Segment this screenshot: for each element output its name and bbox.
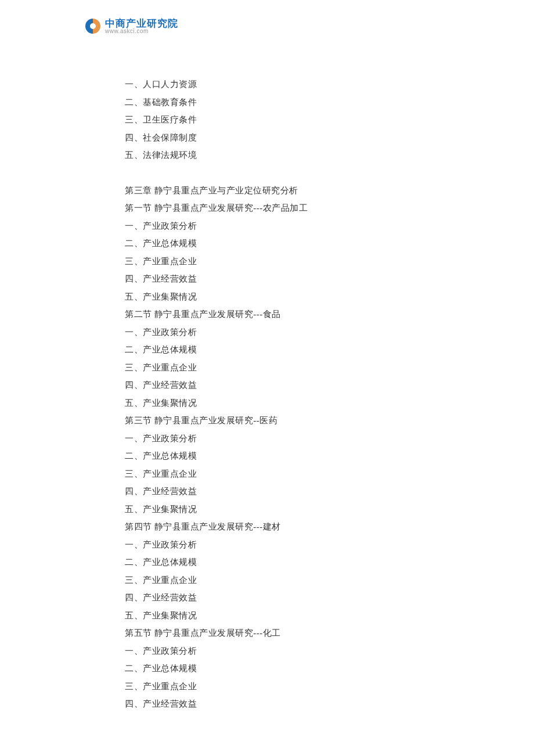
toc-line: 四、产业经营效益 <box>125 695 450 713</box>
toc-chapter-heading: 第三章 静宁县重点产业与产业定位研究分析 <box>125 182 450 200</box>
toc-line: 三、产业重点企业 <box>125 253 450 271</box>
toc-line: 一、人口人力资源 <box>125 75 450 93</box>
header-logo: 中商产业研究院 www.askci.com <box>84 17 178 35</box>
toc-line: 五、产业集聚情况 <box>125 607 450 625</box>
toc-line: 一、产业政策分析 <box>125 430 450 448</box>
toc-line: 二、产业总体规模 <box>125 553 450 571</box>
document-content: 一、人口人力资源 二、基础教育条件 三、卫生医疗条件 四、社会保障制度 五、法律… <box>125 75 450 713</box>
toc-line: 五、产业集聚情况 <box>125 501 450 519</box>
toc-line: 二、产业总体规模 <box>125 235 450 253</box>
toc-line: 一、产业政策分析 <box>125 536 450 554</box>
logo-main-text: 中商产业研究院 <box>105 19 178 28</box>
blank-line <box>125 164 450 182</box>
svg-point-0 <box>90 23 96 29</box>
toc-line: 二、产业总体规模 <box>125 341 450 359</box>
toc-line: 二、产业总体规模 <box>125 447 450 465</box>
toc-line: 一、产业政策分析 <box>125 642 450 660</box>
toc-section-heading: 第五节 静宁县重点产业发展研究---化工 <box>125 624 450 642</box>
toc-line: 四、社会保障制度 <box>125 129 450 147</box>
toc-line: 二、基础教育条件 <box>125 93 450 111</box>
toc-line: 五、法律法规环境 <box>125 146 450 164</box>
toc-line: 三、产业重点企业 <box>125 678 450 696</box>
toc-line: 三、产业重点企业 <box>125 359 450 377</box>
toc-line: 三、产业重点企业 <box>125 465 450 483</box>
toc-line: 五、产业集聚情况 <box>125 288 450 306</box>
toc-line: 二、产业总体规模 <box>125 660 450 678</box>
toc-line: 五、产业集聚情况 <box>125 394 450 412</box>
logo-url-text: www.askci.com <box>105 28 178 34</box>
toc-line: 四、产业经营效益 <box>125 589 450 607</box>
toc-section-heading: 第三节 静宁县重点产业发展研究--医药 <box>125 412 450 430</box>
toc-line: 四、产业经营效益 <box>125 270 450 288</box>
toc-section-heading: 第四节 静宁县重点产业发展研究---建材 <box>125 518 450 536</box>
toc-line: 一、产业政策分析 <box>125 323 450 341</box>
toc-line: 三、产业重点企业 <box>125 571 450 589</box>
toc-line: 三、卫生医疗条件 <box>125 111 450 129</box>
toc-line: 一、产业政策分析 <box>125 217 450 235</box>
logo-icon <box>84 17 102 35</box>
toc-line: 四、产业经营效益 <box>125 376 450 394</box>
toc-section-heading: 第一节 静宁县重点产业发展研究---农产品加工 <box>125 199 450 217</box>
toc-section-heading: 第二节 静宁县重点产业发展研究---食品 <box>125 305 450 323</box>
toc-line: 四、产业经营效益 <box>125 483 450 501</box>
logo-text-wrapper: 中商产业研究院 www.askci.com <box>105 19 178 34</box>
